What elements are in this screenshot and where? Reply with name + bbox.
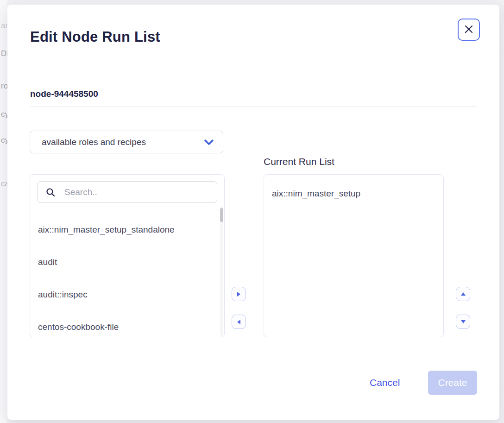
background-divider xyxy=(499,49,504,49)
background-sidebar-strip: are DE ro cy cy ca xyxy=(0,0,7,423)
move-down-button[interactable] xyxy=(456,315,470,329)
search-box[interactable] xyxy=(37,181,217,203)
edit-node-run-list-modal: Edit Node Run List node-944458500 availa… xyxy=(7,5,499,420)
close-icon xyxy=(465,25,473,35)
triangle-up-icon xyxy=(461,292,466,296)
page-title: Edit Node Run List xyxy=(30,28,160,46)
background-divider xyxy=(499,387,504,387)
chevron-down-icon xyxy=(204,138,214,146)
triangle-down-icon xyxy=(461,320,466,323)
available-list-panel: aix::nim_master_setup_standalone audit a… xyxy=(30,174,225,337)
list-item[interactable]: audit::inspec xyxy=(30,278,224,311)
create-button[interactable]: Create xyxy=(428,371,477,395)
list-item[interactable]: audit xyxy=(30,246,224,278)
move-up-button[interactable] xyxy=(456,287,470,301)
current-run-list-heading: Current Run List xyxy=(264,155,334,169)
available-list: aix::nim_master_setup_standalone audit a… xyxy=(30,214,224,337)
list-item[interactable]: aix::nim_master_setup xyxy=(272,188,360,200)
move-right-button[interactable] xyxy=(232,287,246,301)
background-text-fragment: ro xyxy=(1,82,7,91)
background-text-fragment: cy xyxy=(1,110,7,119)
scrollbar-thumb[interactable] xyxy=(220,208,223,222)
triangle-left-icon xyxy=(237,320,240,324)
background-text-fragment: cy xyxy=(1,136,7,145)
scrollbar[interactable] xyxy=(220,206,223,336)
close-button[interactable] xyxy=(458,19,480,41)
dropdown-selected-value: available roles and recipes xyxy=(30,137,146,147)
background-text-fragment: are xyxy=(1,21,7,31)
node-name-label: node-944458500 xyxy=(30,88,98,100)
list-item[interactable]: centos-cookbook-file xyxy=(30,311,224,337)
cancel-button[interactable]: Cancel xyxy=(370,376,400,390)
move-left-button[interactable] xyxy=(232,315,246,329)
current-run-list-panel: aix::nim_master_setup xyxy=(264,174,444,337)
background-text-fragment: ca xyxy=(1,179,7,189)
search-icon xyxy=(46,188,55,197)
roles-recipes-dropdown[interactable]: available roles and recipes xyxy=(30,131,223,153)
background-text-fragment: DE xyxy=(1,49,7,58)
divider xyxy=(30,107,477,107)
search-input[interactable] xyxy=(64,187,203,197)
list-item[interactable]: aix::nim_master_setup_standalone xyxy=(30,214,224,246)
triangle-right-icon xyxy=(237,292,240,297)
